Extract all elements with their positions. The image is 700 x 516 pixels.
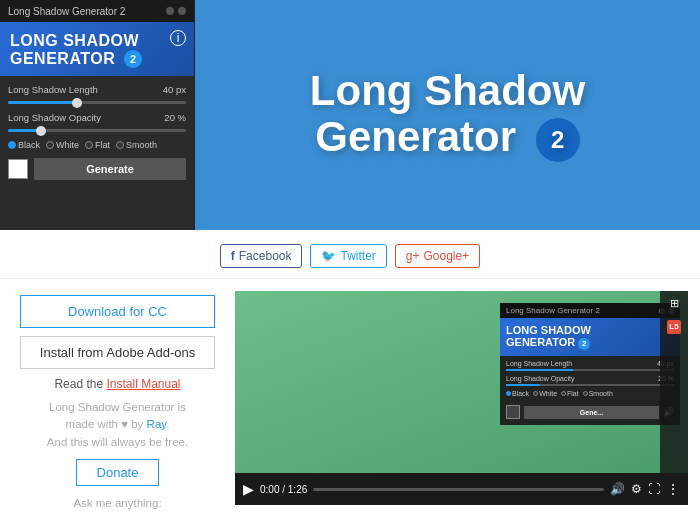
video-plugin-overlay: Long Shadow Generator 2 LONG SHADOW GENE… xyxy=(500,303,680,425)
vpo-radio-row: Black White Flat xyxy=(506,390,674,397)
vpo-title: Long Shadow Generator 2 xyxy=(506,306,600,315)
volume-icon[interactable]: 🔊 xyxy=(610,482,625,496)
vpo-length-row: Long Shadow Length 40 px xyxy=(506,360,674,367)
plugin-version-badge: 2 xyxy=(124,50,142,68)
length-slider-fill xyxy=(8,101,79,104)
length-slider[interactable] xyxy=(8,101,186,104)
right-side-icons: ⊞ L5 xyxy=(660,291,688,473)
titlebar-icons xyxy=(166,7,186,15)
generate-row: Generate xyxy=(8,158,186,180)
play-button[interactable]: ▶ xyxy=(243,481,254,497)
opacity-control-row: Long Shadow Opacity 20 % xyxy=(8,112,186,123)
twitter-icon: 🐦 xyxy=(321,249,336,263)
vpo-generate-row: Gene... 🔊 xyxy=(500,405,680,419)
radio-flat-dot xyxy=(85,141,93,149)
donate-button[interactable]: Donate xyxy=(76,459,160,486)
opacity-label: Long Shadow Opacity xyxy=(8,112,101,123)
vpo-radio-flat-dot xyxy=(561,391,566,396)
opacity-slider[interactable] xyxy=(8,129,186,132)
radio-row: Black White Flat Smooth xyxy=(8,140,186,150)
sidebar-toggle-icon[interactable]: ⊞ xyxy=(670,297,679,310)
generate-button[interactable]: Generate xyxy=(34,158,186,180)
install-manual-link[interactable]: Install Manual xyxy=(107,377,181,391)
video-main-area: Long Shadow Generator 2 LONG SHADOW GENE… xyxy=(235,291,688,473)
googleplus-button[interactable]: g+ Google+ xyxy=(395,244,480,268)
install-addons-button[interactable]: Install from Adobe Add-ons xyxy=(20,336,215,369)
ask-text: Ask me anything: xyxy=(73,494,161,512)
video-controls-bar: ▶ 0:00 / 1:26 🔊 ⚙ ⛶ ⋮ xyxy=(235,473,688,505)
radio-flat-label: Flat xyxy=(95,140,110,150)
vpo-radio-smooth-dot xyxy=(583,391,588,396)
credit-text: Long Shadow Generator is made with ♥ by … xyxy=(47,399,188,451)
vpo-radio-black-dot xyxy=(506,391,511,396)
download-cc-button[interactable]: Download for CC xyxy=(20,295,215,328)
collapse-icon[interactable] xyxy=(166,7,174,15)
radio-flat[interactable]: Flat xyxy=(85,140,110,150)
radio-white[interactable]: White xyxy=(46,140,79,150)
info-icon[interactable]: i xyxy=(170,30,186,46)
fullscreen-icon[interactable]: ⛶ xyxy=(648,482,660,496)
credit-author-link[interactable]: Ray xyxy=(147,418,167,430)
right-panel: ⊞ L5 Long Shadow Generator 2 LO xyxy=(235,279,700,516)
settings-icon[interactable]: ⚙ xyxy=(631,482,642,496)
plugin-title-text: Long Shadow Generator 2 xyxy=(8,6,125,17)
credit-text3: And this will always be free. xyxy=(47,436,188,448)
vpo-header: LONG SHADOW GENERATOR 2 xyxy=(500,318,680,356)
main-version-badge: 2 xyxy=(536,118,580,162)
header-title-area: Long Shadow Generator 2 xyxy=(195,48,700,182)
radio-black-label: Black xyxy=(18,140,40,150)
length-slider-thumb[interactable] xyxy=(72,98,82,108)
plugin-titlebar: Long Shadow Generator 2 xyxy=(0,0,194,22)
radio-black[interactable]: Black xyxy=(8,140,40,150)
googleplus-icon: g+ xyxy=(406,249,420,263)
plugin-controls: Long Shadow Length 40 px Long Shadow Opa… xyxy=(0,76,194,188)
video-progress-bar[interactable] xyxy=(313,488,604,491)
facebook-button[interactable]: f Facebook xyxy=(220,244,303,268)
vpo-opacity-row: Long Shadow Opacity 20 % xyxy=(506,375,674,382)
vpo-opacity-slider xyxy=(506,384,674,386)
vpo-color-swatch xyxy=(506,405,520,419)
facebook-icon: f xyxy=(231,249,235,263)
vpo-radio-flat: Flat xyxy=(561,390,579,397)
vpo-radio-white-label: White xyxy=(539,390,557,397)
ls-badge: L5 xyxy=(667,320,681,334)
vpo-length-fill xyxy=(506,369,573,371)
main-title: Long Shadow Generator 2 xyxy=(310,68,585,162)
color-swatch[interactable] xyxy=(8,159,28,179)
vpo-controls: Long Shadow Length 40 px Long Shadow Opa… xyxy=(500,356,680,405)
video-container[interactable]: ⊞ L5 Long Shadow Generator 2 LO xyxy=(235,291,688,505)
length-control-row: Long Shadow Length 40 px xyxy=(8,84,186,95)
vpo-version-badge: 2 xyxy=(578,338,590,350)
plugin-panel: Long Shadow Generator 2 LONG SHADOW GENE… xyxy=(0,0,195,230)
vpo-titlebar: Long Shadow Generator 2 xyxy=(500,303,680,318)
more-options-icon[interactable]: ⋮ xyxy=(666,481,680,497)
read-text: Read the xyxy=(54,377,103,391)
vpo-generate-btn: Gene... xyxy=(524,406,659,419)
vpo-radio-flat-label: Flat xyxy=(567,390,579,397)
facebook-label: Facebook xyxy=(239,249,292,263)
opacity-slider-thumb[interactable] xyxy=(36,126,46,136)
vpo-radio-white-dot xyxy=(533,391,538,396)
plugin-title-main: LONG SHADOW GENERATOR 2 xyxy=(10,32,184,68)
twitter-button[interactable]: 🐦 Twitter xyxy=(310,244,386,268)
vpo-radio-smooth: Smooth xyxy=(583,390,613,397)
vpo-radio-smooth-label: Smooth xyxy=(589,390,613,397)
install-manual-row: Read the Install Manual xyxy=(54,377,180,391)
main-title-line1: Long Shadow xyxy=(310,67,585,114)
radio-smooth-label: Smooth xyxy=(126,140,157,150)
radio-smooth-dot xyxy=(116,141,124,149)
credit-text2: made with ♥ by xyxy=(66,418,144,430)
vpo-line1: LONG SHADOW xyxy=(506,324,591,336)
vpo-radio-black: Black xyxy=(506,390,529,397)
video-time: 0:00 / 1:26 xyxy=(260,484,307,495)
menu-icon[interactable] xyxy=(178,7,186,15)
radio-smooth[interactable]: Smooth xyxy=(116,140,157,150)
length-value: 40 px xyxy=(163,84,186,95)
vpo-opacity-label: Long Shadow Opacity xyxy=(506,375,575,382)
vpo-opacity-fill xyxy=(506,384,540,386)
vpo-title-main: LONG SHADOW GENERATOR 2 xyxy=(506,324,674,350)
opacity-value: 20 % xyxy=(164,112,186,123)
vpo-radio-black-label: Black xyxy=(512,390,529,397)
vpo-line2: GENERATOR xyxy=(506,336,575,348)
vpo-length-label: Long Shadow Length xyxy=(506,360,572,367)
